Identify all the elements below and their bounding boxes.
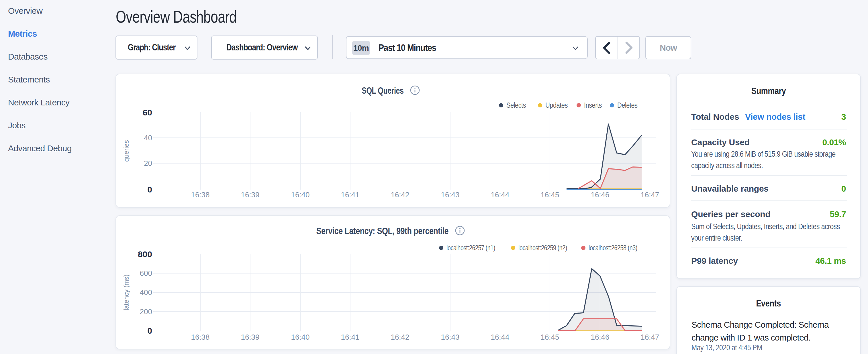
svg-text:600: 600 xyxy=(140,269,152,278)
svg-text:16:38: 16:38 xyxy=(191,333,210,342)
svg-text:16:44: 16:44 xyxy=(491,333,509,342)
svg-text:16:41: 16:41 xyxy=(341,333,359,342)
svg-text:16:42: 16:42 xyxy=(391,190,409,199)
svg-text:16:39: 16:39 xyxy=(241,333,259,342)
svg-text:latency (ms): latency (ms) xyxy=(123,275,130,310)
svg-text:16:42: 16:42 xyxy=(391,333,409,342)
svg-text:16:39: 16:39 xyxy=(241,190,259,199)
svg-text:16:44: 16:44 xyxy=(491,190,509,199)
svg-text:0: 0 xyxy=(147,185,152,194)
svg-text:16:43: 16:43 xyxy=(441,333,459,342)
svg-text:16:40: 16:40 xyxy=(291,333,309,342)
svg-text:200: 200 xyxy=(140,307,152,316)
svg-text:16:46: 16:46 xyxy=(591,333,609,342)
svg-text:16:47: 16:47 xyxy=(641,333,659,342)
svg-text:queries: queries xyxy=(123,140,130,162)
svg-text:16:41: 16:41 xyxy=(341,190,359,199)
svg-text:0: 0 xyxy=(147,326,152,335)
svg-text:800: 800 xyxy=(138,250,152,259)
svg-text:16:46: 16:46 xyxy=(591,190,609,199)
svg-text:16:40: 16:40 xyxy=(291,190,309,199)
svg-text:16:47: 16:47 xyxy=(641,190,659,199)
svg-text:16:45: 16:45 xyxy=(540,333,559,342)
svg-text:16:45: 16:45 xyxy=(540,190,559,199)
svg-text:60: 60 xyxy=(143,108,152,117)
svg-text:16:43: 16:43 xyxy=(441,190,459,199)
svg-text:16:38: 16:38 xyxy=(191,190,210,199)
svg-text:40: 40 xyxy=(144,133,152,142)
svg-text:20: 20 xyxy=(144,159,152,167)
svg-text:400: 400 xyxy=(140,288,152,297)
